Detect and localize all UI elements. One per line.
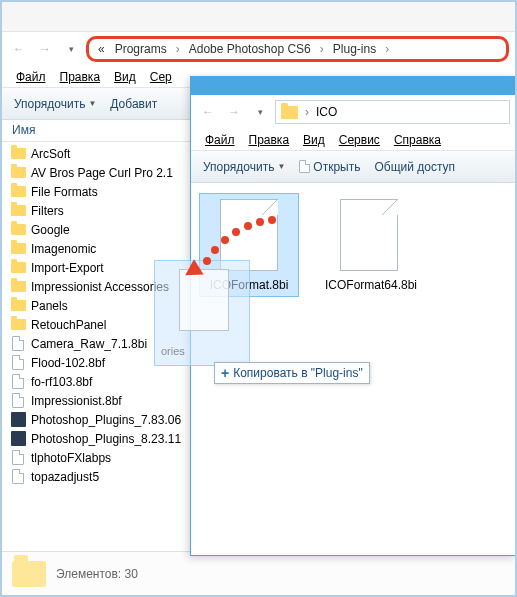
item-label: Panels (31, 299, 68, 313)
nav-recent-dropdown[interactable]: ▾ (249, 101, 271, 123)
item-label: Import-Export (31, 261, 104, 275)
status-text: Элементов: 30 (56, 567, 138, 581)
titlebar (2, 2, 515, 32)
folder-icon (10, 298, 26, 314)
drop-tooltip: + Копировать в "Plug-ins" (214, 362, 370, 384)
item-label: Filters (31, 204, 64, 218)
nav-forward-button[interactable]: → (34, 38, 56, 60)
share-button[interactable]: Общий доступ (368, 156, 461, 178)
item-label: tlphotoFXlabps (31, 451, 111, 465)
file-label: ICOFormat64.8bi (323, 277, 415, 293)
plus-icon: + (221, 365, 229, 381)
menu-view[interactable]: Вид (108, 68, 142, 86)
item-label: Impressionist Accessories (31, 280, 169, 294)
folder-icon (10, 184, 26, 200)
breadcrumb-overflow[interactable]: « (95, 40, 108, 58)
breadcrumb-bar[interactable]: « Programs › Adobe Photoshop CS6 › Plug-… (86, 36, 509, 62)
item-label: Flood-102.8bf (31, 356, 105, 370)
folder-icon (10, 317, 26, 333)
menu-bar: Файл Правка Вид Сервис Справка (191, 129, 516, 151)
file-item[interactable]: ICOFormat64.8bi (319, 193, 419, 297)
menu-edit[interactable]: Правка (243, 131, 296, 149)
tooltip-text: Копировать в "Plug-ins" (233, 366, 363, 380)
item-label: Photoshop_Plugins_7.83.06 (31, 413, 181, 427)
organize-button[interactable]: Упорядочить▼ (8, 93, 102, 115)
menu-file[interactable]: Файл (10, 68, 52, 86)
menu-edit[interactable]: Правка (54, 68, 107, 86)
item-label: Camera_Raw_7.1.8bi (31, 337, 147, 351)
item-label: Google (31, 223, 70, 237)
folder-icon (10, 260, 26, 276)
folder-icon (10, 222, 26, 238)
item-label: ArcSoft (31, 147, 70, 161)
nav-recent-dropdown[interactable]: ▾ (60, 38, 82, 60)
item-label: fo-rf103.8bf (31, 375, 92, 389)
item-label: Impressionist.8bf (31, 394, 122, 408)
folder-icon (10, 241, 26, 257)
menu-service[interactable]: Сервис (333, 131, 386, 149)
add-button[interactable]: Добавит (104, 93, 163, 115)
file-label: ICOFormat.8bi (203, 277, 295, 293)
organize-button[interactable]: Упорядочить▼ (197, 156, 291, 178)
chevron-right-icon: › (174, 42, 182, 56)
file-icon (10, 355, 26, 371)
file-item[interactable]: ICOFormat.8bi (199, 193, 299, 297)
open-button[interactable]: Открыть (293, 156, 366, 178)
titlebar[interactable] (191, 77, 516, 95)
status-bar: Элементов: 30 (2, 551, 515, 595)
toolbar: Упорядочить▼ Открыть Общий доступ (191, 151, 516, 183)
breadcrumb-item[interactable]: Programs (112, 40, 170, 58)
app-icon (10, 412, 26, 428)
menu-service[interactable]: Сер (144, 68, 178, 86)
nav-forward-button[interactable]: → (223, 101, 245, 123)
item-label: Imagenomic (31, 242, 96, 256)
folder-icon (281, 106, 298, 119)
menu-help[interactable]: Справка (388, 131, 447, 149)
chevron-right-icon: › (383, 42, 391, 56)
folder-icon (10, 279, 26, 295)
breadcrumb-bar[interactable]: › ICO (275, 100, 510, 124)
explorer-window-front: ← → ▾ › ICO Файл Правка Вид Сервис Справ… (190, 76, 517, 556)
item-label: AV Bros Page Curl Pro 2.1 (31, 166, 173, 180)
file-icon (220, 199, 278, 271)
menu-view[interactable]: Вид (297, 131, 331, 149)
folder-icon (10, 146, 26, 162)
file-icon (10, 469, 26, 485)
file-icon (299, 160, 310, 173)
chevron-right-icon: › (318, 42, 326, 56)
folder-icon (10, 165, 26, 181)
menu-file[interactable]: Файл (199, 131, 241, 149)
file-icon (10, 374, 26, 390)
folder-icon (10, 203, 26, 219)
address-row: ← → ▾ « Programs › Adobe Photoshop CS6 ›… (2, 32, 515, 66)
chevron-right-icon: › (303, 105, 311, 119)
app-icon (10, 431, 26, 447)
item-label: File Formats (31, 185, 98, 199)
address-row: ← → ▾ › ICO (191, 95, 516, 129)
icon-view[interactable]: ICOFormat.8biICOFormat64.8bi (191, 183, 516, 307)
file-icon (10, 336, 26, 352)
nav-back-button[interactable]: ← (197, 101, 219, 123)
folder-icon (12, 561, 46, 587)
breadcrumb-item[interactable]: ICO (316, 105, 337, 119)
breadcrumb-item[interactable]: Adobe Photoshop CS6 (186, 40, 314, 58)
nav-back-button[interactable]: ← (8, 38, 30, 60)
item-label: RetouchPanel (31, 318, 106, 332)
file-icon (10, 450, 26, 466)
item-label: Photoshop_Plugins_8.23.11 (31, 432, 181, 446)
file-icon (10, 393, 26, 409)
file-icon (340, 199, 398, 271)
item-label: topazadjust5 (31, 470, 99, 484)
breadcrumb-item[interactable]: Plug-ins (330, 40, 379, 58)
